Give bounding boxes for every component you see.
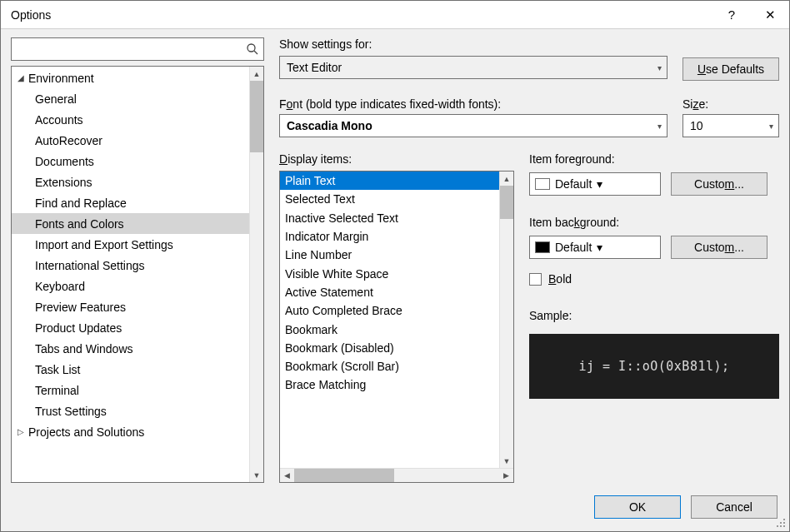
tree-item-label: Extensions	[35, 176, 92, 189]
list-item[interactable]: Auto Completed Brace	[280, 301, 499, 320]
list-item[interactable]: Brace Matching	[280, 375, 499, 394]
bold-checkbox-row[interactable]: Bold	[529, 272, 779, 286]
tree-item[interactable]: Documents	[12, 151, 249, 172]
list-item[interactable]: Line Number	[280, 246, 499, 264]
bg-custom-button[interactable]: Custom...	[671, 236, 768, 259]
tree-item[interactable]: Task List	[12, 359, 249, 380]
list-item[interactable]: Inactive Selected Text	[280, 209, 499, 227]
size-select[interactable]: 10 ▾	[682, 114, 779, 137]
left-panel: ◢EnvironmentGeneralAccountsAutoRecoverDo…	[11, 37, 264, 483]
tree-item[interactable]: Accounts	[12, 109, 249, 130]
font-label: Font (bold type indicates fixed-width fo…	[279, 97, 668, 111]
tree-item-label: Accounts	[35, 113, 83, 127]
bg-swatch	[535, 241, 550, 253]
tree-item[interactable]: Trust Settings	[12, 400, 249, 421]
size-value: 10	[690, 119, 703, 132]
close-button[interactable]: ✕	[751, 1, 789, 29]
scroll-down-icon[interactable]: ▼	[500, 454, 513, 468]
scroll-thumb[interactable]	[294, 469, 394, 482]
tree-item-label: Find and Replace	[35, 196, 127, 210]
tree-item[interactable]: Keyboard	[12, 276, 249, 296]
svg-point-0	[248, 44, 255, 52]
list-item[interactable]: Visible White Space	[280, 264, 499, 282]
tree-item-label: Terminal	[35, 384, 79, 397]
fg-swatch	[535, 178, 550, 190]
list-item[interactable]: Bookmark (Disabled)	[280, 339, 499, 357]
tree-item-label: Fonts and Colors	[35, 217, 124, 231]
tree-item[interactable]: International Settings	[12, 255, 249, 276]
tree-item[interactable]: Import and Export Settings	[12, 234, 249, 255]
tree-item[interactable]: Product Updates	[12, 317, 249, 338]
list-item[interactable]: Selected Text	[280, 190, 499, 208]
titlebar: Options ? ✕	[1, 1, 789, 29]
display-items-listbox[interactable]: Plain TextSelected TextInactive Selected…	[279, 171, 514, 483]
bold-checkbox[interactable]	[529, 273, 542, 286]
chevron-down-icon: ▾	[658, 63, 662, 72]
svg-line-1	[254, 51, 258, 54]
chevron-down-icon: ▾	[769, 122, 773, 131]
search-box[interactable]	[11, 37, 264, 61]
use-defaults-button[interactable]: Use Defaults	[682, 57, 779, 81]
tree-item[interactable]: ◢Environment	[12, 67, 249, 88]
tree-item-label: Trust Settings	[35, 405, 107, 418]
tree-scrollbar[interactable]: ▲ ▼	[249, 67, 263, 482]
scroll-up-icon[interactable]: ▲	[250, 67, 263, 81]
window-title: Options	[11, 8, 712, 22]
list-scrollbar-h[interactable]: ◀ ▶	[280, 468, 513, 482]
scroll-track[interactable]	[500, 219, 513, 454]
sample-preview: ij = I::oO(0xB81l);	[529, 334, 779, 399]
options-tree[interactable]: ◢EnvironmentGeneralAccountsAutoRecoverDo…	[12, 67, 249, 482]
tree-item[interactable]: General	[12, 88, 249, 109]
tree-item[interactable]: Tabs and Windows	[12, 338, 249, 359]
scroll-right-icon[interactable]: ▶	[499, 469, 513, 483]
cancel-button[interactable]: Cancel	[691, 495, 778, 519]
list-item[interactable]: Indicator Margin	[280, 227, 499, 246]
search-icon	[242, 42, 263, 56]
tree-item[interactable]: Terminal	[12, 380, 249, 400]
scroll-left-icon[interactable]: ◀	[280, 469, 294, 483]
list-item[interactable]: Bookmark (Scroll Bar)	[280, 357, 499, 375]
tree-item-label: Tabs and Windows	[35, 342, 133, 355]
scroll-up-icon[interactable]: ▲	[500, 172, 513, 186]
right-panel: Show settings for: Text Editor ▾ Use Def…	[279, 37, 779, 483]
chevron-down-icon: ▾	[658, 122, 662, 131]
expand-right-icon[interactable]: ▷	[13, 427, 28, 436]
show-settings-value: Text Editor	[287, 61, 342, 74]
scroll-down-icon[interactable]: ▼	[250, 468, 263, 482]
tree-item-label: International Settings	[35, 259, 145, 272]
tree-item-label: Environment	[28, 72, 94, 85]
font-select[interactable]: Cascadia Mono ▾	[279, 114, 668, 137]
list-scrollbar-v[interactable]: ▲ ▼	[499, 172, 513, 468]
expand-down-icon[interactable]: ◢	[13, 73, 28, 82]
help-button[interactable]: ?	[712, 1, 751, 29]
tree-item[interactable]: Fonts and Colors	[12, 213, 249, 234]
ok-button[interactable]: OK	[594, 495, 681, 519]
scroll-thumb[interactable]	[500, 186, 513, 219]
bg-value: Default	[555, 241, 592, 254]
sample-label: Sample:	[529, 309, 779, 322]
foreground-color-select[interactable]: Default ▾	[529, 172, 661, 196]
tree-item[interactable]: Find and Replace	[12, 192, 249, 213]
scroll-track[interactable]	[250, 152, 263, 468]
tree-item-label: AutoRecover	[35, 134, 102, 147]
tree-item-label: Task List	[35, 363, 80, 376]
options-dialog: Options ? ✕ ◢EnvironmentGeneralAccountsA…	[0, 0, 790, 532]
tree-item[interactable]: AutoRecover	[12, 130, 249, 151]
fg-custom-button[interactable]: Custom...	[671, 172, 768, 196]
list-item[interactable]: Bookmark	[280, 320, 499, 338]
tree-item[interactable]: Extensions	[12, 172, 249, 192]
tree-item[interactable]: ▷Projects and Solutions	[12, 421, 249, 442]
tree-item-label: Keyboard	[35, 280, 85, 293]
fg-value: Default	[555, 177, 592, 191]
list-item[interactable]: Active Statement	[280, 283, 499, 301]
tree-item-label: Import and Export Settings	[35, 238, 173, 251]
item-foreground-label: Item foreground:	[529, 152, 779, 166]
list-item[interactable]: Plain Text	[280, 172, 499, 190]
options-tree-wrap: ◢EnvironmentGeneralAccountsAutoRecoverDo…	[11, 66, 264, 483]
background-color-select[interactable]: Default ▾	[529, 236, 661, 259]
tree-item[interactable]: Preview Features	[12, 296, 249, 317]
show-settings-select[interactable]: Text Editor ▾	[279, 56, 668, 79]
scroll-thumb[interactable]	[250, 81, 263, 152]
search-input[interactable]	[12, 38, 242, 60]
show-settings-label: Show settings for:	[279, 37, 668, 51]
